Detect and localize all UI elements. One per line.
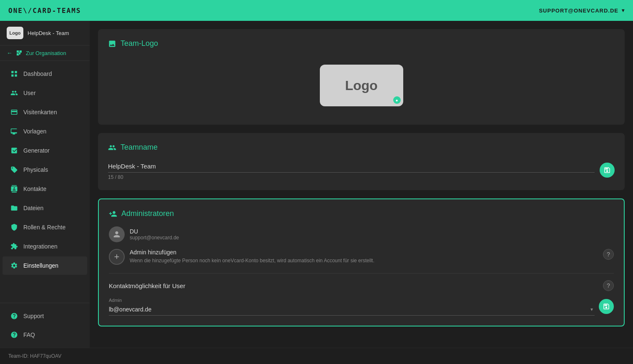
teamname-save-button[interactable] [600, 163, 615, 178]
teamname-input-row: 15 / 80 [108, 160, 615, 180]
sidebar-item-label: Support [23, 313, 44, 319]
save-icon [603, 303, 610, 310]
question-icon [10, 331, 18, 339]
save-icon [603, 166, 611, 174]
org-icon [16, 50, 23, 56]
admin-icon [109, 210, 117, 218]
sidebar-item-label: Rollen & Rechte [23, 224, 65, 231]
sidebar-item-visitenkarten[interactable]: Visitenkarten [3, 103, 87, 121]
team-logo-heading: Team-Logo [121, 39, 158, 48]
add-admin-help-button[interactable]: ? [603, 249, 614, 260]
kontakt-save-button[interactable] [599, 299, 614, 314]
admin-user-row: DU support@onevcard.de [109, 226, 614, 242]
chevron-down-icon[interactable]: ▾ [622, 8, 625, 13]
monitor-icon [10, 127, 18, 136]
team-logo-title: Team-Logo [108, 39, 615, 48]
sidebar-item-dashboard[interactable]: Dashboard [3, 65, 87, 83]
team-id: Team-ID: HAF77quOAV [8, 353, 61, 359]
logo-text: Logo [345, 78, 377, 93]
logo-preview-area: Logo ● [108, 56, 615, 115]
kontakt-row: Kontaktmöglichkeit für User ? [109, 280, 614, 291]
support-email: SUPPORT@ONEVCARD.DE [539, 8, 618, 14]
sidebar-item-label: Dashboard [23, 70, 52, 77]
tag-icon [10, 166, 18, 174]
image-icon [108, 40, 116, 48]
person-icon [112, 230, 121, 239]
sidebar-item-label: User [23, 90, 36, 96]
sidebar-team-name: HelpDesk - Team [28, 30, 69, 36]
add-admin-description: Wenn die hinzugefügte Person noch kein o… [130, 257, 598, 264]
sidebar-item-label: Dateien [23, 205, 43, 211]
topbar-right[interactable]: SUPPORT@ONEVCARD.DE ▾ [539, 8, 625, 14]
puzzle-icon [10, 242, 18, 251]
brand-name: ONE\/CARD-TEAMS [8, 7, 81, 15]
sidebar-item-label: Kontakte [23, 186, 46, 192]
sidebar-logo: Logo [7, 27, 23, 39]
topbar: ONE\/CARD-TEAMS SUPPORT@ONEVCARD.DE ▾ [0, 0, 633, 21]
admins-heading: Administratoren [121, 209, 174, 218]
sidebar-header: Logo HelpDesk - Team [0, 21, 90, 45]
admin-select[interactable]: lb@onevcard.de support@onevcard.de [109, 304, 595, 316]
layout: Logo HelpDesk - Team ← Zur Organisation … [0, 21, 633, 348]
select-row: Admin lb@onevcard.de support@onevcard.de… [109, 298, 614, 316]
teamname-heading: Teamname [121, 143, 158, 152]
sidebar-nav: Dashboard User Visitenkarten Vorlagen [0, 61, 90, 303]
sidebar-item-rollen[interactable]: Rollen & Rechte [3, 218, 87, 236]
card-icon [10, 108, 18, 116]
admin-select-wrapper: Admin lb@onevcard.de support@onevcard.de… [109, 298, 595, 316]
select-container: lb@onevcard.de support@onevcard.de ▾ [109, 304, 595, 316]
gear-icon [10, 261, 18, 270]
kontakt-help-button[interactable]: ? [603, 280, 614, 291]
add-admin-row: + Admin hinzufügen Wenn die hinzugefügte… [109, 249, 614, 265]
sidebar-item-label: Einstellungen [23, 262, 58, 269]
sidebar-item-label: FAQ [23, 331, 35, 338]
logo-edit-dot: ● [393, 96, 401, 104]
admin-name: DU [130, 228, 179, 235]
grid-icon [10, 70, 18, 78]
admin-email: support@onevcard.de [130, 235, 179, 241]
sidebar-item-label: Physicals [23, 166, 48, 173]
sidebar-item-physicals[interactable]: Physicals [3, 161, 87, 179]
admin-info: DU support@onevcard.de [130, 228, 179, 241]
logo-preview[interactable]: Logo ● [320, 65, 403, 106]
support-icon [10, 312, 18, 320]
sidebar-item-einstellungen[interactable]: Einstellungen [3, 256, 87, 275]
teamname-input-wrapper: 15 / 80 [108, 160, 595, 180]
team-logo-card: Team-Logo Logo ● [98, 29, 625, 125]
sidebar-item-kontakte[interactable]: Kontakte [3, 180, 87, 198]
sidebar-item-integrationen[interactable]: Integrationen [3, 237, 87, 256]
add-admin-button[interactable]: + [109, 249, 125, 265]
sidebar: Logo HelpDesk - Team ← Zur Organisation … [0, 21, 90, 348]
sidebar-item-support[interactable]: Support [3, 307, 87, 325]
sidebar-item-faq[interactable]: FAQ [3, 326, 87, 344]
admins-title: Administratoren [109, 209, 614, 218]
people-icon [10, 89, 18, 97]
blocks-icon [10, 146, 18, 155]
teamname-title: Teamname [108, 143, 615, 152]
contact-icon [10, 185, 18, 193]
sidebar-item-generator[interactable]: Generator [3, 141, 87, 160]
sidebar-item-label: Vorlagen [23, 128, 46, 135]
main-content: Team-Logo Logo ● Teamname 15 / 80 [90, 21, 633, 348]
admins-card: Administratoren DU support@onevcard.de +… [98, 198, 625, 326]
char-count: 15 / 80 [108, 174, 595, 180]
back-to-organisation[interactable]: ← Zur Organisation [0, 45, 90, 61]
kontakt-title: Kontaktmöglichkeit für User [109, 282, 185, 289]
folder-icon [10, 204, 18, 212]
admin-select-label: Admin [109, 298, 595, 303]
shield-icon [10, 223, 18, 231]
divider [109, 273, 614, 274]
sidebar-item-user[interactable]: User [3, 84, 87, 102]
sidebar-item-label: Generator [23, 147, 50, 154]
add-admin-label: Admin hinzufügen [130, 249, 598, 256]
back-label: Zur Organisation [26, 50, 66, 56]
sidebar-item-label: Visitenkarten [23, 109, 57, 115]
sidebar-item-dateien[interactable]: Dateien [3, 199, 87, 217]
teamname-input[interactable] [108, 160, 595, 173]
footer-bar: Team-ID: HAF77quOAV [0, 348, 633, 364]
avatar [109, 226, 125, 242]
people-icon [108, 143, 116, 152]
sidebar-item-vorlagen[interactable]: Vorlagen [3, 122, 87, 141]
teamname-card: Teamname 15 / 80 [98, 133, 625, 190]
add-admin-text: Admin hinzufügen Wenn die hinzugefügte P… [130, 249, 598, 264]
